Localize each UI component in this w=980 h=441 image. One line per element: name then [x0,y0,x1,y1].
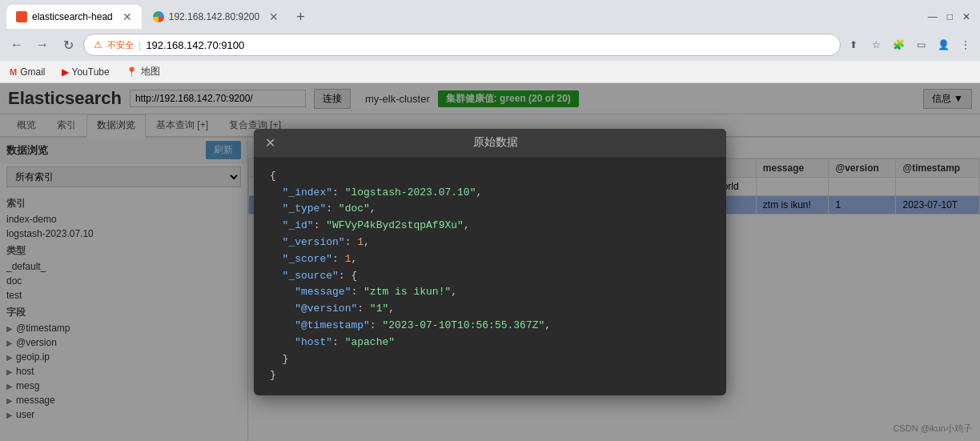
reload-button[interactable]: ↻ [58,34,78,55]
modal: ✕ 原始数据 { "_index": "logstash-2023.07.10"… [254,129,726,395]
menu-icon[interactable]: ⋮ [958,37,974,53]
gmail-label: Gmail [20,66,45,78]
url-input[interactable] [146,39,830,51]
extension-icon[interactable]: 🧩 [890,37,906,53]
youtube-label: YouTube [72,66,110,78]
gmail-icon: M [10,67,17,77]
address-separator: | [139,39,141,51]
tab-192-168[interactable]: 192.168.142.80:9200 ✕ [143,5,288,29]
browser-chrome: elasticsearch-head ✕ 192.168.142.80:9200… [0,0,980,83]
window-controls: — □ ✕ [928,11,974,22]
tab-label-2: 192.168.142.80:9200 [169,11,259,22]
security-warning-text: 不安全 [107,39,134,51]
tab-elasticsearch-head[interactable]: elasticsearch-head ✕ [6,5,142,29]
tab-favicon-2 [153,11,164,22]
bookmark-maps[interactable]: 📍 地图 [122,63,163,80]
bookmarks-bar: M Gmail ▶ YouTube 📍 地图 [0,61,980,83]
bookmark-gmail[interactable]: M Gmail [6,65,49,79]
minimize-icon[interactable]: — [928,11,938,22]
modal-title: 原始数据 [275,135,715,150]
profile-icon[interactable]: 👤 [935,37,951,53]
title-bar: elasticsearch-head ✕ 192.168.142.80:9200… [0,0,980,29]
close-icon[interactable]: ✕ [962,11,970,22]
forward-button[interactable]: → [32,34,53,55]
security-warning-icon: ⚠ [94,39,102,50]
modal-body: { "_index": "logstash-2023.07.10", "_typ… [254,157,726,395]
back-button[interactable]: ← [6,34,27,55]
address-input-container[interactable]: ⚠ 不安全 | [83,34,841,56]
modal-close-button[interactable]: ✕ [265,135,275,150]
address-bar-row: ← → ↻ ⚠ 不安全 | ⬆ ☆ 🧩 ▭ 👤 ⋮ [0,29,980,61]
star-icon[interactable]: ☆ [868,37,884,53]
maps-icon: 📍 [126,66,138,78]
bookmark-youtube[interactable]: ▶ YouTube [58,65,113,79]
modal-header: ✕ 原始数据 [254,129,726,157]
tab-label-1: elasticsearch-head [32,11,113,22]
address-bar-icons: ⬆ ☆ 🧩 ▭ 👤 ⋮ [845,37,974,53]
tab-favicon-1 [16,11,27,22]
youtube-icon: ▶ [62,66,69,78]
maps-label: 地图 [141,65,160,78]
modal-overlay[interactable]: ✕ 原始数据 { "_index": "logstash-2023.07.10"… [0,83,980,441]
tab-close-2[interactable]: ✕ [269,10,279,23]
split-view-icon[interactable]: ▭ [913,37,929,53]
tab-close-1[interactable]: ✕ [122,10,132,23]
page-content: Elasticsearch 连接 my-elk-cluster 集群健康值: g… [0,83,980,441]
maximize-icon[interactable]: □ [947,11,953,22]
share-icon[interactable]: ⬆ [845,37,862,53]
new-tab-button[interactable]: + [290,6,311,29]
